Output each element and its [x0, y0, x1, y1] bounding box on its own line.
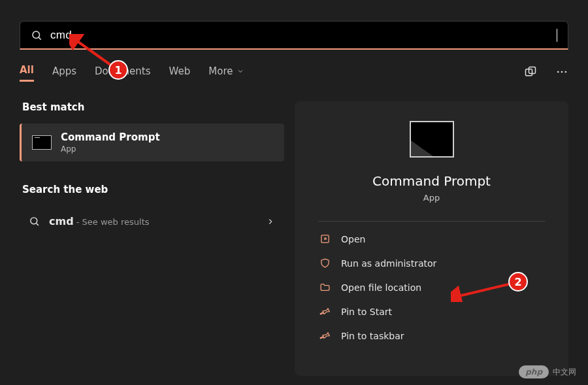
tab-all[interactable]: All — [20, 64, 34, 82]
chevron-right-icon — [266, 217, 275, 226]
web-result-term: cmd — [49, 215, 74, 227]
best-match-header: Best match — [22, 101, 284, 113]
tab-web[interactable]: Web — [169, 65, 191, 81]
watermark: php 中文网 — [519, 365, 576, 378]
action-pin-taskbar[interactable]: Pin to taskbar — [318, 324, 545, 348]
action-pin-taskbar-label: Pin to taskbar — [341, 331, 404, 341]
svg-point-5 — [561, 71, 563, 73]
best-match-item[interactable]: Command Prompt App — [20, 124, 284, 161]
tab-apps[interactable]: Apps — [52, 65, 76, 81]
action-open-location-label: Open file location — [341, 282, 421, 293]
annotation-badge-1: 1 — [108, 60, 128, 80]
chevron-down-icon — [237, 67, 244, 75]
tab-more[interactable]: More — [208, 65, 244, 81]
folder-icon — [319, 282, 331, 293]
text-cursor — [557, 29, 557, 42]
annotation-badge-2: 2 — [508, 272, 528, 292]
preview-title: Command Prompt — [372, 173, 491, 189]
search-input[interactable] — [50, 29, 553, 42]
action-pin-start[interactable]: Pin to Start — [318, 299, 545, 324]
action-run-admin-label: Run as administrator — [341, 258, 436, 269]
web-result-suffix: - See web results — [74, 217, 150, 227]
filter-tabs: All Apps Documents Web More — [20, 64, 568, 82]
svg-point-4 — [557, 71, 559, 73]
watermark-cn: 中文网 — [553, 367, 576, 378]
tab-more-label: More — [208, 65, 233, 77]
svg-point-7 — [31, 218, 37, 224]
action-pin-start-label: Pin to Start — [341, 307, 392, 317]
preview-subtitle: App — [423, 193, 440, 203]
svg-point-6 — [565, 71, 567, 73]
svg-point-0 — [33, 31, 40, 39]
action-open-label: Open — [341, 234, 365, 244]
web-result-item[interactable]: cmd - See web results — [20, 206, 284, 237]
open-icon — [319, 233, 331, 244]
svg-line-8 — [37, 224, 39, 226]
action-open[interactable]: Open — [318, 227, 545, 251]
best-match-subtitle: App — [61, 144, 160, 154]
search-icon — [31, 29, 42, 41]
divider — [318, 221, 545, 222]
pin-icon — [319, 330, 331, 341]
best-match-title: Command Prompt — [61, 131, 160, 143]
search-web-header: Search the web — [22, 184, 284, 195]
svg-line-1 — [39, 37, 41, 39]
preview-pane: Command Prompt App Open Run as administr… — [295, 101, 568, 376]
shield-icon — [319, 258, 331, 269]
more-options-icon[interactable] — [555, 65, 568, 81]
results-column: Best match Command Prompt App Search the… — [20, 101, 284, 376]
cmd-icon — [32, 135, 52, 150]
action-run-admin[interactable]: Run as administrator — [318, 251, 545, 275]
screen-snip-icon[interactable] — [524, 65, 537, 81]
search-bar[interactable] — [20, 21, 568, 50]
pin-icon — [319, 306, 331, 317]
watermark-brand: php — [519, 365, 549, 378]
search-icon — [29, 216, 40, 227]
preview-app-icon — [410, 121, 454, 158]
